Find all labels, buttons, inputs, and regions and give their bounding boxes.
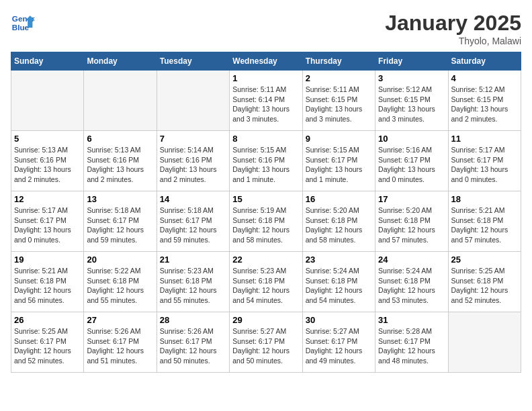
day-number: 22	[232, 255, 299, 265]
calendar-week-3: 12Sunrise: 5:17 AM Sunset: 6:17 PM Dayli…	[11, 191, 521, 252]
calendar-cell: 3Sunrise: 5:12 AM Sunset: 6:15 PM Daylig…	[375, 71, 448, 131]
day-number: 4	[451, 73, 518, 83]
weekday-header-friday: Friday	[375, 52, 448, 71]
day-number: 30	[306, 315, 372, 325]
weekday-header-thursday: Thursday	[302, 52, 375, 71]
day-info: Sunrise: 5:24 AM Sunset: 6:18 PM Dayligh…	[378, 266, 445, 306]
calendar-body: 1Sunrise: 5:11 AM Sunset: 6:14 PM Daylig…	[11, 71, 521, 373]
calendar-cell: 27Sunrise: 5:26 AM Sunset: 6:17 PM Dayli…	[84, 312, 157, 373]
calendar-cell: 29Sunrise: 5:27 AM Sunset: 6:17 PM Dayli…	[230, 312, 302, 373]
day-info: Sunrise: 5:13 AM Sunset: 6:16 PM Dayligh…	[14, 145, 81, 185]
calendar-cell: 24Sunrise: 5:24 AM Sunset: 6:18 PM Dayli…	[375, 252, 448, 312]
logo-icon: General Blue	[11, 11, 35, 35]
day-info: Sunrise: 5:27 AM Sunset: 6:17 PM Dayligh…	[232, 326, 299, 366]
day-number: 26	[14, 315, 81, 325]
day-number: 25	[451, 255, 518, 265]
calendar-cell	[11, 71, 84, 131]
weekday-header-monday: Monday	[84, 52, 157, 71]
calendar-cell: 26Sunrise: 5:25 AM Sunset: 6:17 PM Dayli…	[11, 312, 84, 373]
day-info: Sunrise: 5:19 AM Sunset: 6:18 PM Dayligh…	[232, 205, 299, 245]
weekday-header-saturday: Saturday	[448, 52, 521, 71]
day-number: 20	[87, 255, 153, 265]
day-number: 27	[87, 315, 153, 325]
calendar-cell: 28Sunrise: 5:26 AM Sunset: 6:17 PM Dayli…	[157, 312, 229, 373]
day-number: 11	[451, 134, 518, 144]
calendar-cell: 22Sunrise: 5:23 AM Sunset: 6:18 PM Dayli…	[230, 252, 302, 312]
calendar-cell: 13Sunrise: 5:18 AM Sunset: 6:17 PM Dayli…	[84, 191, 157, 252]
day-number: 24	[378, 255, 445, 265]
calendar-cell: 19Sunrise: 5:21 AM Sunset: 6:18 PM Dayli…	[11, 252, 84, 312]
day-number: 21	[160, 255, 226, 265]
day-info: Sunrise: 5:24 AM Sunset: 6:18 PM Dayligh…	[306, 266, 372, 306]
day-info: Sunrise: 5:27 AM Sunset: 6:17 PM Dayligh…	[306, 326, 372, 366]
calendar-cell: 23Sunrise: 5:24 AM Sunset: 6:18 PM Dayli…	[302, 252, 375, 312]
day-info: Sunrise: 5:23 AM Sunset: 6:18 PM Dayligh…	[232, 266, 299, 306]
calendar-cell: 30Sunrise: 5:27 AM Sunset: 6:17 PM Dayli…	[302, 312, 375, 373]
day-number: 3	[378, 73, 445, 83]
calendar-cell: 4Sunrise: 5:12 AM Sunset: 6:15 PM Daylig…	[448, 71, 521, 131]
day-info: Sunrise: 5:18 AM Sunset: 6:17 PM Dayligh…	[87, 205, 153, 245]
calendar-cell: 9Sunrise: 5:15 AM Sunset: 6:17 PM Daylig…	[302, 131, 375, 191]
calendar-week-4: 19Sunrise: 5:21 AM Sunset: 6:18 PM Dayli…	[11, 252, 521, 312]
page-header: General Blue January 2025 Thyolo, Malawi	[11, 11, 521, 46]
day-number: 31	[378, 315, 445, 325]
calendar-cell: 18Sunrise: 5:21 AM Sunset: 6:18 PM Dayli…	[448, 191, 521, 252]
day-info: Sunrise: 5:26 AM Sunset: 6:17 PM Dayligh…	[160, 326, 226, 366]
day-number: 13	[87, 194, 153, 204]
svg-text:Blue: Blue	[12, 23, 30, 32]
calendar-week-5: 26Sunrise: 5:25 AM Sunset: 6:17 PM Dayli…	[11, 312, 521, 373]
day-number: 18	[451, 194, 518, 204]
calendar-cell: 20Sunrise: 5:22 AM Sunset: 6:18 PM Dayli…	[84, 252, 157, 312]
title-block: January 2025 Thyolo, Malawi	[385, 11, 521, 46]
logo: General Blue	[11, 11, 35, 35]
day-number: 23	[306, 255, 372, 265]
calendar-cell: 11Sunrise: 5:17 AM Sunset: 6:17 PM Dayli…	[448, 131, 521, 191]
day-info: Sunrise: 5:21 AM Sunset: 6:18 PM Dayligh…	[451, 205, 518, 245]
day-number: 2	[306, 73, 372, 83]
day-info: Sunrise: 5:25 AM Sunset: 6:18 PM Dayligh…	[451, 266, 518, 306]
calendar-cell	[157, 71, 229, 131]
calendar-cell: 14Sunrise: 5:18 AM Sunset: 6:17 PM Dayli…	[157, 191, 229, 252]
day-info: Sunrise: 5:11 AM Sunset: 6:14 PM Dayligh…	[232, 85, 299, 124]
calendar-cell: 6Sunrise: 5:13 AM Sunset: 6:16 PM Daylig…	[84, 131, 157, 191]
day-info: Sunrise: 5:16 AM Sunset: 6:17 PM Dayligh…	[378, 145, 445, 185]
calendar-cell: 7Sunrise: 5:14 AM Sunset: 6:16 PM Daylig…	[157, 131, 229, 191]
day-info: Sunrise: 5:18 AM Sunset: 6:17 PM Dayligh…	[160, 205, 226, 245]
calendar-cell: 17Sunrise: 5:20 AM Sunset: 6:18 PM Dayli…	[375, 191, 448, 252]
calendar-cell: 1Sunrise: 5:11 AM Sunset: 6:14 PM Daylig…	[230, 71, 302, 131]
day-info: Sunrise: 5:23 AM Sunset: 6:18 PM Dayligh…	[160, 266, 226, 306]
calendar-week-2: 5Sunrise: 5:13 AM Sunset: 6:16 PM Daylig…	[11, 131, 521, 191]
weekday-header-sunday: Sunday	[11, 52, 84, 71]
day-info: Sunrise: 5:14 AM Sunset: 6:16 PM Dayligh…	[160, 145, 226, 185]
calendar-cell: 8Sunrise: 5:15 AM Sunset: 6:16 PM Daylig…	[230, 131, 302, 191]
day-info: Sunrise: 5:20 AM Sunset: 6:18 PM Dayligh…	[306, 205, 372, 245]
day-number: 12	[14, 194, 81, 204]
calendar-cell	[84, 71, 157, 131]
weekday-header-wednesday: Wednesday	[230, 52, 302, 71]
day-info: Sunrise: 5:20 AM Sunset: 6:18 PM Dayligh…	[378, 205, 445, 245]
location: Thyolo, Malawi	[385, 36, 521, 46]
weekday-header-tuesday: Tuesday	[157, 52, 229, 71]
day-number: 19	[14, 255, 81, 265]
day-number: 17	[378, 194, 445, 204]
calendar-week-1: 1Sunrise: 5:11 AM Sunset: 6:14 PM Daylig…	[11, 71, 521, 131]
calendar-cell: 10Sunrise: 5:16 AM Sunset: 6:17 PM Dayli…	[375, 131, 448, 191]
calendar-cell: 5Sunrise: 5:13 AM Sunset: 6:16 PM Daylig…	[11, 131, 84, 191]
day-number: 1	[232, 73, 299, 83]
calendar-cell: 12Sunrise: 5:17 AM Sunset: 6:17 PM Dayli…	[11, 191, 84, 252]
calendar-cell: 21Sunrise: 5:23 AM Sunset: 6:18 PM Dayli…	[157, 252, 229, 312]
day-number: 10	[378, 134, 445, 144]
day-number: 15	[232, 194, 299, 204]
calendar-cell: 31Sunrise: 5:28 AM Sunset: 6:17 PM Dayli…	[375, 312, 448, 373]
month-title: January 2025	[385, 11, 521, 36]
calendar-cell: 15Sunrise: 5:19 AM Sunset: 6:18 PM Dayli…	[230, 191, 302, 252]
day-number: 16	[306, 194, 372, 204]
day-info: Sunrise: 5:25 AM Sunset: 6:17 PM Dayligh…	[14, 326, 81, 366]
day-number: 14	[160, 194, 226, 204]
day-number: 29	[232, 315, 299, 325]
day-info: Sunrise: 5:15 AM Sunset: 6:17 PM Dayligh…	[306, 145, 372, 185]
day-info: Sunrise: 5:22 AM Sunset: 6:18 PM Dayligh…	[87, 266, 153, 306]
day-info: Sunrise: 5:17 AM Sunset: 6:17 PM Dayligh…	[451, 145, 518, 185]
day-info: Sunrise: 5:12 AM Sunset: 6:15 PM Dayligh…	[451, 85, 518, 124]
calendar-cell: 2Sunrise: 5:11 AM Sunset: 6:15 PM Daylig…	[302, 71, 375, 131]
